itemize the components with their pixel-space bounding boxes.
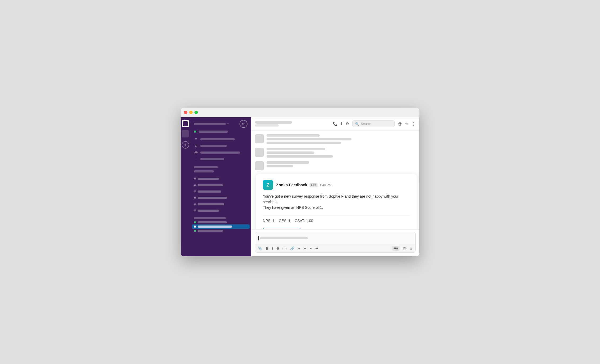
link-icon[interactable]: 🔗: [290, 246, 294, 250]
mention-icon[interactable]: @: [403, 246, 406, 250]
channel-name-6: [198, 210, 219, 212]
chat-input-field[interactable]: [255, 232, 415, 244]
minimize-button[interactable]: [189, 111, 193, 114]
dm-item-4[interactable]: [190, 229, 251, 233]
sidebar-item-home[interactable]: ≡: [190, 136, 251, 142]
sidebar-item-more[interactable]: ↓: [190, 156, 251, 162]
italic-icon[interactable]: I: [272, 246, 273, 250]
workspace-name-row[interactable]: ▾: [194, 123, 229, 125]
channel-group-bar-2: [194, 170, 214, 172]
message-placeholder-3: [255, 161, 416, 170]
ordered-list-icon[interactable]: ≡: [298, 246, 300, 250]
star-icon[interactable]: ☆: [405, 122, 408, 126]
search-input[interactable]: Search: [361, 122, 372, 126]
cursor: [258, 236, 259, 240]
workspace-inner: [183, 121, 188, 126]
active-dot: [194, 226, 196, 228]
dm-item-2[interactable]: [190, 220, 251, 224]
ces-value: 1: [289, 219, 291, 223]
hash-icon: #: [194, 177, 196, 181]
workspace-chevron-icon: ▾: [227, 123, 229, 125]
workspace-icon[interactable]: [182, 120, 189, 127]
channel-item-4[interactable]: #: [190, 195, 251, 201]
channel-item-1[interactable]: #: [190, 176, 251, 182]
emoji-icon[interactable]: ☺: [409, 246, 413, 250]
channel-item-3[interactable]: #: [190, 188, 251, 195]
sidebar-item-mentions[interactable]: @: [190, 149, 251, 156]
msg-line-body-3: [267, 151, 314, 154]
sidebar-status-row: [190, 131, 251, 134]
zonka-sender-name: Zonka Feedback: [276, 183, 307, 187]
titlebar: [181, 108, 419, 117]
msg-line-header-1: [267, 134, 320, 137]
status-bar: [199, 131, 228, 133]
hash-icon: #: [194, 202, 196, 206]
msg-line-body-5: [267, 165, 293, 167]
dm-item-active[interactable]: [192, 224, 250, 229]
channel-section-1: [190, 164, 251, 175]
msg-line-body-2: [267, 142, 341, 144]
avatar-placeholder-3: [255, 161, 264, 170]
channel-item-2[interactable]: #: [190, 182, 251, 188]
sidebar-icons: +: [181, 117, 190, 256]
dm-name-2: [198, 221, 227, 223]
unordered-list-icon[interactable]: ≡: [304, 246, 306, 250]
nav-label-1: [200, 138, 235, 140]
chat-input-box: 📎 B I S̶ <> 🔗 ≡ ≡ ≡ ↩ Aa @ ☺: [255, 232, 416, 253]
phone-icon[interactable]: 📞: [333, 122, 338, 126]
channel-name-4: [198, 197, 227, 199]
sidebar-header: ▾ ✏: [190, 117, 251, 131]
app-body: + ▾ ✏ ≡: [181, 117, 419, 256]
channel-item-6[interactable]: #: [190, 207, 251, 214]
dm-name-4: [198, 230, 223, 232]
strikethrough-icon[interactable]: S̶: [277, 246, 279, 250]
search-box[interactable]: 🔍 Search: [352, 120, 395, 127]
home-icon: ≡: [194, 137, 198, 141]
avatar-placeholder-2: [255, 148, 264, 157]
format-toggle[interactable]: Aa: [392, 246, 399, 251]
undo-icon[interactable]: ↩: [315, 246, 318, 250]
chat-toolbar: 📎 B I S̶ <> 🔗 ≡ ≡ ≡ ↩ Aa @ ☺: [255, 244, 415, 252]
titlebar-buttons: [184, 111, 198, 114]
chat-header-right: 📞 ℹ ⚙ 🔍 Search @ ☆ ⋮: [333, 120, 416, 127]
online-status-dot: [194, 131, 196, 133]
dm-item-1[interactable]: [190, 216, 251, 220]
msg-line-header-3: [267, 161, 309, 164]
channel-name-2: [198, 184, 223, 186]
more-options-icon[interactable]: ⋮: [412, 122, 416, 126]
hash-icon: #: [194, 189, 196, 194]
chat-header: 📞 ℹ ⚙ 🔍 Search @ ☆ ⋮: [251, 117, 419, 131]
msg-line-header-2: [267, 148, 325, 150]
attachment-icon[interactable]: 📎: [258, 246, 262, 250]
sidebar-item-search[interactable]: ⊕: [190, 142, 251, 149]
msg-line-body-4: [267, 155, 333, 158]
search-nav-icon: ⊕: [194, 144, 198, 148]
online-dot-4: [194, 230, 196, 232]
toolbar-right-group: Aa @ ☺: [392, 246, 413, 251]
channel-item-5[interactable]: #: [190, 201, 251, 207]
dm-name-active: [198, 226, 232, 228]
zonka-app-badge: APP: [310, 183, 318, 187]
close-button[interactable]: [184, 111, 187, 114]
hash-icon: #: [194, 183, 196, 187]
blockquote-icon[interactable]: ≡: [310, 246, 312, 250]
hash-icon: #: [194, 209, 196, 213]
channel-group-item-1[interactable]: [190, 165, 251, 169]
zonka-logo: Z: [263, 180, 273, 190]
nav-label-4: [200, 158, 224, 160]
channels-list: # # # # #: [190, 175, 251, 215]
add-workspace-button[interactable]: +: [182, 141, 189, 149]
at-icon[interactable]: @: [398, 122, 402, 126]
sidebar-icon-secondary[interactable]: [182, 130, 189, 137]
online-dot-2: [194, 221, 196, 223]
maximize-button[interactable]: [194, 111, 198, 114]
settings-icon[interactable]: ⚙: [346, 122, 349, 126]
info-icon[interactable]: ℹ: [341, 122, 342, 126]
bold-icon[interactable]: B: [266, 246, 268, 250]
channel-group-item-2[interactable]: [190, 169, 251, 174]
code-icon[interactable]: <>: [282, 246, 286, 250]
msg-lines-3: [267, 161, 416, 167]
nav-label-2: [200, 145, 227, 147]
compose-button[interactable]: ✏: [240, 120, 247, 128]
msg-line-body-1: [267, 138, 351, 140]
